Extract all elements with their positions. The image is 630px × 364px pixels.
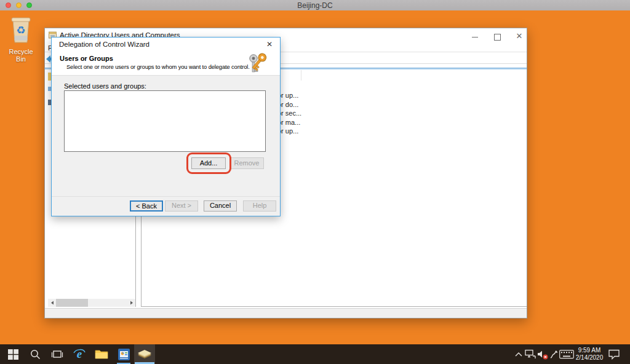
- windows-ink-icon: [549, 350, 559, 359]
- start-button[interactable]: [4, 344, 22, 364]
- taskbar: e: [0, 344, 630, 364]
- back-button[interactable]: < Back: [130, 200, 163, 212]
- task-view-icon: [51, 349, 63, 359]
- touch-keyboard-button[interactable]: [559, 344, 575, 364]
- aduc-statusbar: [45, 308, 527, 318]
- list-item-description[interactable]: or up...: [277, 92, 298, 99]
- maximize-icon[interactable]: [493, 33, 501, 40]
- recycle-bin-label: Recycle Bin: [4, 48, 38, 63]
- tray-chevron-button[interactable]: [513, 344, 524, 364]
- scroll-left-icon[interactable]: [48, 299, 56, 307]
- action-center-icon: [608, 349, 620, 360]
- network-icon: [525, 349, 536, 359]
- help-button: Help: [243, 200, 276, 212]
- wizard-body: Selected users and groups: Add... Remove: [52, 76, 280, 197]
- close-icon[interactable]: ✕: [516, 33, 523, 40]
- list-item-description[interactable]: or up...: [277, 127, 298, 135]
- touch-keyboard-icon: [559, 350, 574, 359]
- hidden-icons-chevron-icon: [514, 352, 523, 357]
- internet-explorer-icon: e: [73, 347, 86, 361]
- clock-date: 2/14/2020: [575, 354, 604, 362]
- macos-titlebar: Beijing-DC: [0, 0, 630, 10]
- scroll-right-icon[interactable]: [127, 299, 135, 307]
- add-button[interactable]: Add...: [191, 157, 226, 169]
- action-center-button[interactable]: [607, 344, 621, 364]
- list-item-description[interactable]: or do...: [277, 101, 298, 108]
- file-explorer-icon: [95, 349, 108, 360]
- recycle-bin-icon: ♻: [9, 15, 33, 44]
- file-explorer-button[interactable]: [92, 344, 111, 364]
- wizard-close-icon[interactable]: ✕: [265, 40, 274, 49]
- search-button[interactable]: [26, 344, 44, 364]
- internet-explorer-button[interactable]: e: [70, 344, 89, 364]
- keys-icon: [245, 52, 275, 76]
- selected-users-label: Selected users and groups:: [64, 82, 146, 90]
- windows-ink-button[interactable]: [549, 344, 559, 364]
- selected-users-listbox[interactable]: [64, 90, 266, 152]
- aduc-taskbar-button[interactable]: [134, 344, 155, 364]
- aduc-app-icon: [137, 348, 153, 360]
- wizard-header: Users or Groups Select one or more users…: [52, 51, 280, 76]
- next-button: Next >: [165, 200, 198, 212]
- windows-logo-icon: [8, 349, 18, 360]
- taskbar-clock[interactable]: 9:59 AM 2/14/2020: [575, 344, 604, 364]
- tree-horizontal-scrollbar[interactable]: [48, 299, 135, 307]
- wizard-heading: Users or Groups: [60, 55, 113, 62]
- volume-muted-icon: [537, 349, 548, 360]
- network-tray-button[interactable]: [524, 344, 536, 364]
- list-item-description[interactable]: or ma...: [277, 119, 300, 126]
- vm-window-title: Beijing-DC: [0, 1, 630, 10]
- server-manager-icon: [118, 348, 130, 361]
- wizard-footer: < Back Next > Cancel Help: [52, 196, 280, 216]
- search-icon: [30, 349, 41, 360]
- server-manager-button[interactable]: [114, 344, 133, 364]
- scrollbar-thumb[interactable]: [56, 299, 88, 307]
- wizard-titlebar[interactable]: Delegation of Control Wizard ✕: [52, 38, 280, 51]
- column-divider[interactable]: [301, 70, 301, 81]
- task-view-button[interactable]: [48, 344, 66, 364]
- remove-button: Remove: [229, 157, 264, 169]
- cancel-button[interactable]: Cancel: [204, 200, 237, 212]
- svg-text:♻: ♻: [16, 25, 25, 36]
- volume-tray-button[interactable]: [536, 344, 549, 364]
- delegation-wizard-dialog: Delegation of Control Wizard ✕ Users or …: [51, 37, 281, 216]
- list-item-description[interactable]: or sec...: [277, 109, 301, 117]
- recycle-bin[interactable]: ♻ Recycle Bin: [4, 15, 38, 63]
- wizard-title: Delegation of Control Wizard: [59, 41, 150, 48]
- clock-time: 9:59 AM: [575, 347, 604, 354]
- wizard-subheading: Select one or more users or groups to wh…: [66, 64, 250, 70]
- minimize-icon[interactable]: [471, 33, 479, 40]
